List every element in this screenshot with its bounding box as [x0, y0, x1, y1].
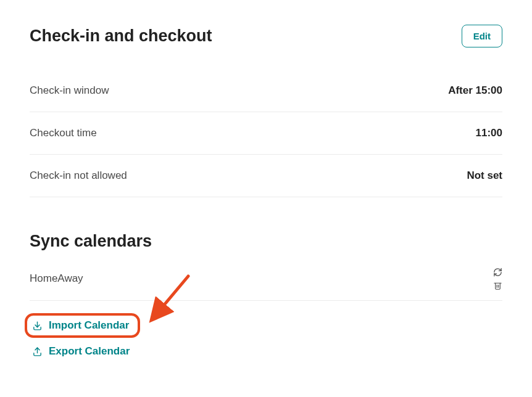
import-calendar-link[interactable]: Import Calendar	[28, 317, 133, 334]
export-calendar-label: Export Calendar	[49, 345, 130, 358]
export-calendar-link[interactable]: Export Calendar	[26, 342, 502, 361]
checkin-section-title: Check-in and checkout	[30, 27, 212, 46]
sync-provider-row: HomeAway	[30, 262, 502, 301]
checkout-time-label: Checkout time	[30, 127, 97, 139]
edit-button[interactable]: Edit	[462, 25, 502, 47]
checkout-time-value: 11:00	[476, 127, 502, 139]
import-icon	[32, 321, 43, 331]
checkin-window-value: After 15:00	[448, 84, 502, 97]
sync-section-title: Sync calendars	[30, 232, 502, 251]
refresh-icon[interactable]	[493, 267, 502, 277]
sync-section: Sync calendars HomeAway	[30, 232, 502, 361]
checkin-not-allowed-row: Check-in not allowed Not set	[30, 155, 502, 197]
checkin-not-allowed-value: Not set	[467, 170, 502, 182]
sync-provider-name: HomeAway	[30, 272, 83, 285]
trash-icon[interactable]	[493, 280, 502, 290]
import-calendar-highlight: Import Calendar	[25, 313, 140, 338]
checkin-window-label: Check-in window	[30, 84, 109, 97]
checkin-window-row: Check-in window After 15:00	[30, 70, 502, 112]
export-icon	[32, 346, 43, 357]
checkin-not-allowed-label: Check-in not allowed	[30, 170, 127, 182]
sync-provider-actions	[493, 267, 502, 290]
checkout-time-row: Checkout time 11:00	[30, 112, 502, 155]
import-calendar-label: Import Calendar	[49, 319, 129, 332]
checkin-section-header: Check-in and checkout Edit	[30, 25, 502, 47]
